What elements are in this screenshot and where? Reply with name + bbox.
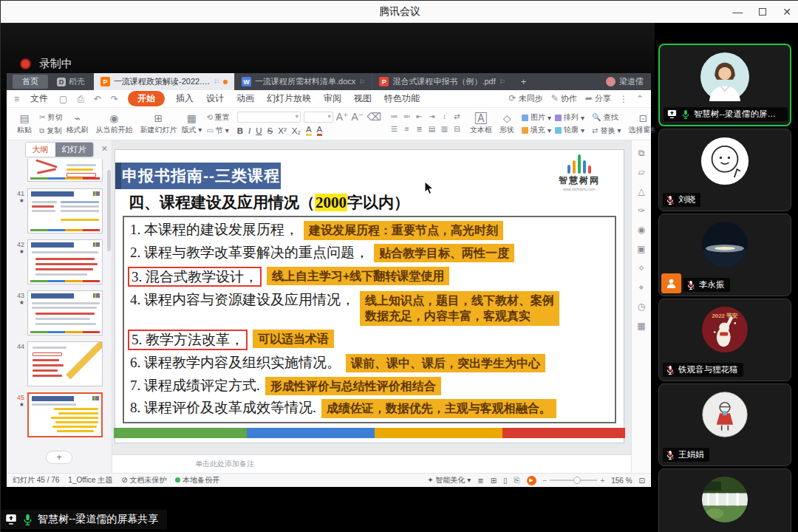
participant-tile[interactable]: 王娟娟 [658, 383, 791, 466]
hamburger-icon[interactable]: ≡ [14, 94, 19, 104]
share-button[interactable]: ➦ 分享 [585, 93, 611, 104]
number-list-icon[interactable]: ≕ [401, 112, 412, 123]
align-left-icon[interactable]: ☰ [389, 125, 400, 136]
menu-tab-slideshow[interactable]: 幻灯片放映 [265, 91, 313, 106]
section-button[interactable]: ▭节 ▾ [206, 125, 229, 136]
collab-button[interactable]: ✎ 协作 [551, 93, 577, 104]
media-icon[interactable]: ▦ [637, 321, 645, 331]
menu-tab-design[interactable]: 设计 [205, 91, 225, 106]
menu-tab-animation[interactable]: 动画 [235, 91, 256, 106]
italic-button[interactable]: I [248, 126, 250, 135]
outline-button[interactable]: 轮廓 ▾ [555, 125, 584, 135]
reset-button[interactable]: ⟲重置 [206, 112, 229, 123]
undo-icon[interactable]: ↶ [94, 94, 101, 104]
save-icon[interactable]: ▢ [59, 94, 67, 104]
clear-format-icon[interactable]: ⌫ [366, 112, 381, 123]
selection-pane-button[interactable]: ⊡ 选择窗格 [629, 113, 658, 135]
line-spacing-icon[interactable]: ↕ [439, 112, 450, 123]
new-slide-button[interactable]: ⊞ 新建幻灯片 [140, 113, 177, 135]
subscript-button[interactable]: X₂ [292, 126, 301, 135]
doc-tab-pdf[interactable]: P 混合式课程申报书（例）.pdf ⚐ [372, 73, 511, 90]
increase-font-icon[interactable]: A⁺ [336, 112, 349, 123]
slide-thumb-45-selected[interactable]: 45★ [8, 392, 106, 437]
current-slide[interactable]: 申报书指南--三类课程 智慧树网 www.zh [115, 150, 624, 443]
text-direction-icon[interactable]: ⇄ [451, 112, 463, 123]
grid-view-icon[interactable]: ⊞ [491, 477, 497, 485]
bold-button[interactable]: B [237, 126, 243, 135]
participant-tile[interactable]: 刘晓 [658, 129, 791, 211]
backup-status[interactable]: 本地备份开 [175, 475, 219, 485]
slide-thumb-41[interactable]: 41★ [8, 188, 106, 233]
effects-icon[interactable]: ✧ [638, 263, 645, 273]
paste-button[interactable]: ▤ 粘贴 [13, 113, 35, 135]
indent-icon[interactable]: ⇥ [426, 112, 437, 123]
doc-tab-pptx[interactable]: P 一流课程政策解读-2022.pptx ⚐ [94, 73, 234, 90]
warning-tool-icon[interactable]: △ [638, 186, 644, 197]
new-document-tab-button[interactable]: + [512, 76, 536, 87]
superscript-button[interactable]: X² [278, 126, 287, 135]
doc-tab-docx[interactable]: W 一流课程所需材料清单.docx ⚐ [234, 73, 372, 90]
adjust-icon[interactable]: ⌖ [639, 282, 644, 293]
justify-icon[interactable]: ▤ [426, 125, 437, 136]
wps-docer-button[interactable]: D 稻壳 [57, 76, 85, 87]
slide-thumb-40[interactable] [8, 159, 106, 183]
outdent-icon[interactable]: ⇤ [414, 112, 425, 123]
panel-scrollbar[interactable] [107, 170, 111, 251]
color-scheme-icon[interactable]: ◉ [638, 225, 645, 235]
layout-button[interactable]: ▦ 版式 ▾ [180, 113, 202, 135]
font-family-select[interactable] [237, 112, 301, 123]
replace-button[interactable]: ⇄替换 ▾ [592, 125, 621, 136]
fill-button[interactable]: 填充 ▾ [522, 125, 551, 135]
wps-account[interactable]: 梁道儒 [606, 76, 644, 87]
participant-tile[interactable]: 2022 平安 铁观音与狸花猫 [658, 299, 791, 381]
slide-master-icon[interactable]: ▣ [637, 244, 645, 254]
zoom-slider[interactable]: −+ [543, 477, 605, 485]
participant-tile[interactable]: 王寿苹 [658, 468, 791, 532]
picture-button[interactable]: 图片 ▾ [522, 112, 551, 123]
add-slide-button[interactable]: + [46, 451, 72, 464]
notes-area[interactable]: 单击此处添加备注 [112, 454, 631, 473]
animation-pane-icon[interactable]: ✑ [638, 205, 645, 216]
more-icon[interactable]: ⋮ [619, 94, 628, 104]
font-color-button[interactable]: A [317, 125, 323, 136]
fit-slide-icon[interactable]: ⊡ [639, 477, 645, 485]
participant-tile-presenter[interactable]: 智慧树--梁道儒的屏幕... [658, 44, 791, 126]
highlight-color-button[interactable]: A [306, 125, 312, 136]
arrange-button[interactable]: 排列 ▾ [555, 112, 584, 123]
zoom-knob[interactable] [573, 477, 581, 484]
find-button[interactable]: 🔍查找 [592, 112, 621, 123]
participant-tile[interactable]: 李永振 [658, 214, 791, 296]
maximize-button[interactable] [759, 8, 766, 16]
beautify-button[interactable]: ✦ 智能美化 ▾ [427, 475, 471, 485]
columns-icon[interactable]: ▥ [439, 125, 450, 136]
cut-button[interactable]: ✂剪切 [39, 112, 62, 123]
menu-tab-view[interactable]: 视图 [352, 91, 373, 106]
strikethrough-button[interactable]: S [267, 126, 273, 135]
properties-icon[interactable]: ⧉ [638, 148, 645, 158]
redo-icon[interactable]: ↷ [111, 94, 118, 104]
notes-view-icon[interactable]: ⎘ [514, 476, 520, 485]
slide-thumb-43[interactable]: 43★ [8, 290, 106, 335]
history-icon[interactable]: ◷ [638, 301, 645, 312]
normal-view-icon[interactable]: ≣ [477, 477, 483, 485]
menu-tab-home[interactable]: 开始 [128, 91, 165, 106]
slide-thumb-44[interactable]: 44 [8, 341, 106, 386]
textbox-button[interactable]: 🄰 文本框 [470, 113, 492, 135]
align-center-icon[interactable]: ≡ [401, 125, 412, 136]
slideshow-play-button[interactable]: ▶ [527, 476, 536, 485]
align-right-icon[interactable]: ≣ [414, 125, 425, 136]
shape-tool-icon[interactable]: ▱ [638, 167, 644, 177]
bullet-list-icon[interactable]: ≔ [389, 112, 400, 123]
shapes-button[interactable]: ◇ 形状 [496, 113, 518, 135]
theme-name[interactable]: 1_Office 主题 [68, 475, 112, 485]
font-size-select[interactable] [304, 112, 333, 123]
menu-tab-special[interactable]: 特色功能 [383, 91, 421, 106]
minimize-button[interactable]: — [732, 6, 743, 18]
menu-file[interactable]: 文件 [29, 91, 50, 106]
print-icon[interactable]: ⎙ [77, 94, 84, 104]
wps-home-button[interactable]: 首页 [13, 75, 48, 89]
collapse-ribbon-icon[interactable]: ⌃ [636, 94, 644, 104]
close-button[interactable]: ✕ [782, 6, 791, 18]
decrease-font-icon[interactable]: A⁻ [352, 112, 364, 123]
outline-tab[interactable]: 大纲 [26, 143, 55, 157]
